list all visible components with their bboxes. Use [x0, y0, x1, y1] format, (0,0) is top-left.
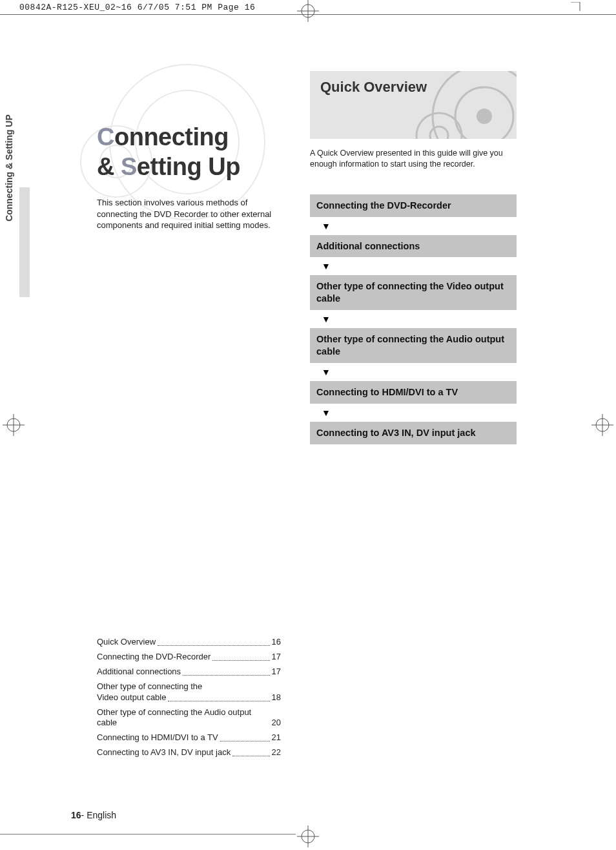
svg-point-20 [477, 109, 492, 124]
quick-overview-banner: Quick Overview [310, 71, 517, 139]
toc-row: Additional connections 17 [97, 667, 281, 678]
chapter-intro: This section involves various methods of… [97, 197, 284, 231]
down-arrow-icon: ▼ [310, 363, 517, 381]
toc-label-cont: Video output cable [97, 692, 166, 703]
section-tab: Connecting & Setting UP [13, 187, 30, 297]
step-item: Other type of connecting the Audio outpu… [310, 328, 517, 363]
quick-overview-title: Quick Overview [320, 79, 427, 96]
toc-row: Quick Overview 16 [97, 637, 281, 648]
step-item: Connecting to AV3 IN, DV input jack [310, 422, 517, 444]
toc-row: Connecting to AV3 IN, DV input jack 22 [97, 747, 281, 758]
step-item: Connecting the DVD-Recorder [310, 194, 517, 217]
down-arrow-icon: ▼ [310, 310, 517, 328]
toc-leader-dots [168, 701, 269, 701]
toc-row: Other type of connecting the Audio outpu… [97, 707, 281, 729]
toc-label: Other type of connecting the [97, 681, 281, 691]
steps-flow: Connecting the DVD-Recorder ▼ Additional… [310, 194, 517, 444]
section-tab-label: Connecting & Setting UP [4, 110, 14, 226]
toc-leader-dots [183, 675, 269, 676]
title-cap-s: S [121, 153, 137, 180]
svg-point-19 [430, 127, 448, 139]
toc-label: Connecting to AV3 IN, DV input jack [97, 747, 231, 758]
registration-mark-top-icon [297, 0, 319, 22]
toc-row: Connecting the DVD-Recorder 17 [97, 652, 281, 663]
toc-page: 18 [272, 692, 281, 703]
toc-page: 17 [272, 667, 281, 678]
toc-label: Other type of connecting the Audio outpu… [97, 707, 268, 729]
toc-label: Connecting to HDMI/DVI to a TV [97, 732, 218, 743]
toc-page: 22 [272, 747, 281, 758]
toc-leader-dots [158, 645, 270, 646]
title-word-2: etting Up [137, 153, 240, 180]
footer-language: English [87, 810, 116, 820]
mini-toc: Quick Overview 16 Connecting the DVD-Rec… [97, 633, 281, 762]
title-cap-c: C [97, 123, 114, 150]
step-item: Other type of connecting the Video outpu… [310, 275, 517, 310]
footer-sep: - [81, 810, 87, 820]
chapter-title: Connecting & Setting Up [97, 123, 284, 181]
down-arrow-icon: ▼ [310, 217, 517, 235]
disc-arcs-small-icon [413, 71, 517, 139]
toc-page: 21 [272, 732, 281, 743]
quick-overview-desc: A Quick Overview presented in this guide… [310, 148, 510, 170]
title-amp: & [97, 153, 121, 180]
toc-row: Other type of connecting the Video outpu… [97, 681, 281, 703]
toc-page: 20 [272, 718, 281, 729]
toc-label: Connecting the DVD-Recorder [97, 652, 210, 663]
registration-mark-bottom-icon [297, 825, 319, 847]
toc-page: 17 [272, 652, 281, 663]
toc-page: 16 [272, 637, 281, 648]
registration-mark-right-icon [591, 414, 613, 436]
step-item: Connecting to HDMI/DVI to a TV [310, 381, 517, 404]
bottom-crop-line [0, 834, 296, 834]
step-item: Additional connections [310, 235, 517, 258]
left-column: Connecting & Setting Up This section inv… [97, 71, 284, 231]
registration-mark-left-icon [3, 414, 25, 436]
page-body: Connecting & Setting UP Connecting & Set… [58, 39, 562, 814]
section-tab-fill [19, 187, 30, 297]
toc-leader-dots [212, 660, 269, 661]
corner-mark-icon [571, 2, 582, 14]
down-arrow-icon: ▼ [310, 404, 517, 422]
toc-label: Quick Overview [97, 637, 156, 648]
toc-label: Additional connections [97, 667, 181, 678]
title-word-1: onnecting [114, 123, 229, 150]
down-arrow-icon: ▼ [310, 257, 517, 275]
toc-row: Connecting to HDMI/DVI to a TV 21 [97, 732, 281, 743]
page-footer: 16- English [71, 810, 116, 820]
toc-leader-dots [220, 741, 270, 741]
toc-leader-dots [232, 756, 269, 756]
right-column: Quick Overview A Quick Overview presente… [310, 71, 517, 444]
page-number: 16 [71, 810, 81, 820]
